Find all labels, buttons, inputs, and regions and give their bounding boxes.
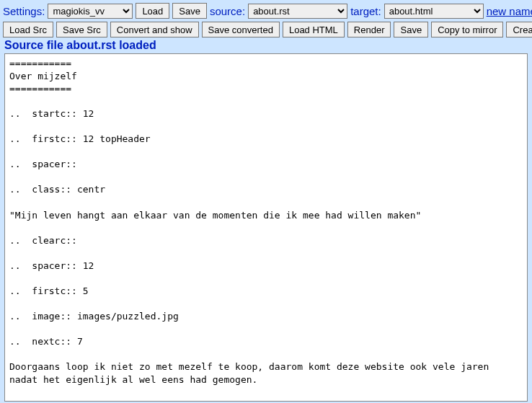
target-select[interactable]: about.html [384, 4, 484, 19]
create-button[interactable]: Create [506, 22, 532, 37]
settings-load-button[interactable]: Load [136, 3, 169, 19]
source-editor[interactable] [4, 53, 528, 402]
source-select[interactable]: about.rst [248, 4, 347, 19]
settings-save-button[interactable]: Save [172, 3, 207, 19]
status-message: Source file about.rst loaded [0, 39, 532, 53]
settings-label: Settings: [3, 5, 45, 17]
copy-mirror-button[interactable]: Copy to mirror [431, 22, 503, 37]
save-src-button[interactable]: Save Src [56, 22, 107, 37]
load-html-button[interactable]: Load HTML [283, 22, 345, 37]
action-bar: Load Src Save Src Convert and show Save … [0, 20, 532, 39]
save-converted-button[interactable]: Save converted [202, 22, 280, 37]
settings-bar: Settings: magiokis_vv Load Save source: … [0, 0, 532, 20]
source-label: source: [210, 5, 245, 17]
new-name-link[interactable]: new name [487, 5, 532, 17]
editor-container [0, 53, 532, 403]
convert-show-button[interactable]: Convert and show [110, 22, 199, 37]
settings-select[interactable]: magiokis_vv [48, 4, 133, 19]
save-button[interactable]: Save [394, 22, 428, 37]
target-label: target: [350, 5, 381, 17]
load-src-button[interactable]: Load Src [3, 22, 53, 37]
render-button[interactable]: Render [347, 22, 391, 37]
